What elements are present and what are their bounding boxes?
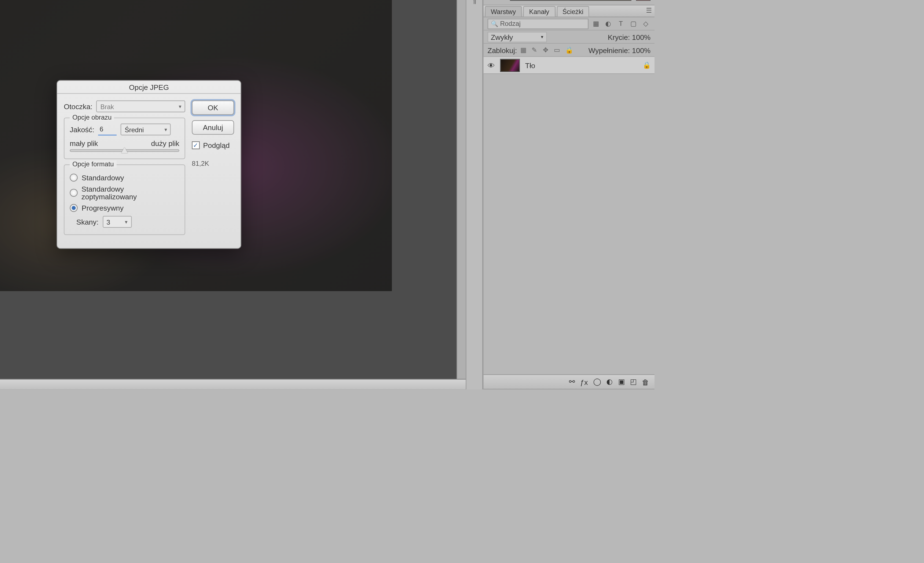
layers-panel: Warstwy Kanały Ścieżki ☰ Rodzaj ▦ ◐ T ▢ … [483,6,654,389]
filter-pixel-icon[interactable]: ▦ [591,19,601,28]
layer-list: 👁 Tło 🔒 [483,57,654,374]
trash-icon[interactable]: 🗑 [642,378,649,386]
link-layers-icon[interactable]: ⚯ [569,377,575,386]
tab-layers[interactable]: Warstwy [485,6,522,16]
lock-brush-icon[interactable]: ✎ [532,46,540,54]
quality-label: Jakość: [70,126,94,133]
layer-filter-kind[interactable]: Rodzaj [488,18,588,29]
baseline-radio[interactable]: Standardowy [70,174,179,182]
filter-smart-icon[interactable]: ◇ [641,19,651,28]
layers-footer: ⚯ ƒx ◯ ◐ ▣ ◰ 🗑 [483,374,654,389]
ok-button[interactable]: OK [192,100,234,115]
format-options-group: Opcje formatu Standardowy Standardowy zo… [64,165,185,235]
quality-input[interactable] [99,124,117,135]
lock-all-icon[interactable]: 🔒 [565,46,573,54]
collapsed-dock: ◀▶ 🕑 ▤ 吕 A| ¶ [466,0,483,389]
new-layer-icon[interactable]: ◰ [630,377,637,386]
filter-type-icon[interactable]: T [616,19,626,28]
hue-strip[interactable] [636,0,651,1]
opacity-value[interactable]: 100% [632,33,651,41]
file-size-estimate: 81,2K [192,160,234,167]
status-bar: 100% Dok: 6,44 MB/6,44 MB 〉 [0,379,466,389]
progressive-radio[interactable]: Progresywny [70,204,179,212]
layer-name[interactable]: Tło [525,61,536,69]
fill-value[interactable]: 100% [632,46,651,54]
matte-select[interactable]: Brak [96,100,185,112]
lock-artboard-icon[interactable]: ▭ [554,46,562,54]
lock-icon: 🔒 [643,61,651,69]
glyphs-panel-icon[interactable]: ¶ [468,0,480,6]
quality-preset-select[interactable]: Średni [121,123,171,135]
jpeg-options-dialog: Opcje JPEG Otoczka: Brak Opcje obrazu [57,80,242,249]
image-options-group: Opcje obrazu Jakość: Średni mały plikduż… [64,118,185,159]
dialog-title: Opcje JPEG [57,81,241,94]
canvas-scrollbar-vertical[interactable] [456,0,466,379]
document-window: 3456789101112131415161718 3210123456789 … [0,0,466,389]
visibility-toggle-icon[interactable]: 👁 [488,61,495,69]
filter-shape-icon[interactable]: ▢ [628,19,638,28]
canvas[interactable]: Opcje JPEG Otoczka: Brak Opcje obrazu [0,0,456,379]
adjustment-icon[interactable]: ◐ [606,377,613,386]
cancel-button[interactable]: Anuluj [192,120,234,135]
scans-label: Skany: [76,218,99,226]
scans-select[interactable]: 3 [103,216,132,228]
filter-adjust-icon[interactable]: ◐ [604,19,613,28]
preview-checkbox[interactable]: ✓Podgląd [192,141,234,149]
fx-icon[interactable]: ƒx [580,378,588,386]
panel-menu-icon[interactable]: ☰ [646,7,652,14]
matte-label: Otoczka: [64,103,92,111]
quality-slider[interactable] [70,149,179,152]
color-panel: Kolor Próbki ☰ [483,0,654,6]
tab-paths[interactable]: Ścieżki [556,6,590,16]
layer-thumbnail[interactable] [500,58,520,72]
blend-mode-select[interactable]: Zwykły [488,31,547,42]
panels-dock: Kolor Próbki ☰ Warstwy Kanały Ścieżki ☰ [483,0,654,389]
group-icon[interactable]: ▣ [618,377,625,386]
color-field[interactable] [510,0,632,1]
layer-row[interactable]: 👁 Tło 🔒 [483,57,654,74]
mask-icon[interactable]: ◯ [593,377,601,386]
lock-position-icon[interactable]: ✥ [543,46,551,54]
tab-channels[interactable]: Kanały [523,6,555,16]
lock-pixels-icon[interactable]: ▦ [520,46,528,54]
optimized-radio[interactable]: Standardowy zoptymalizowany [70,185,179,201]
